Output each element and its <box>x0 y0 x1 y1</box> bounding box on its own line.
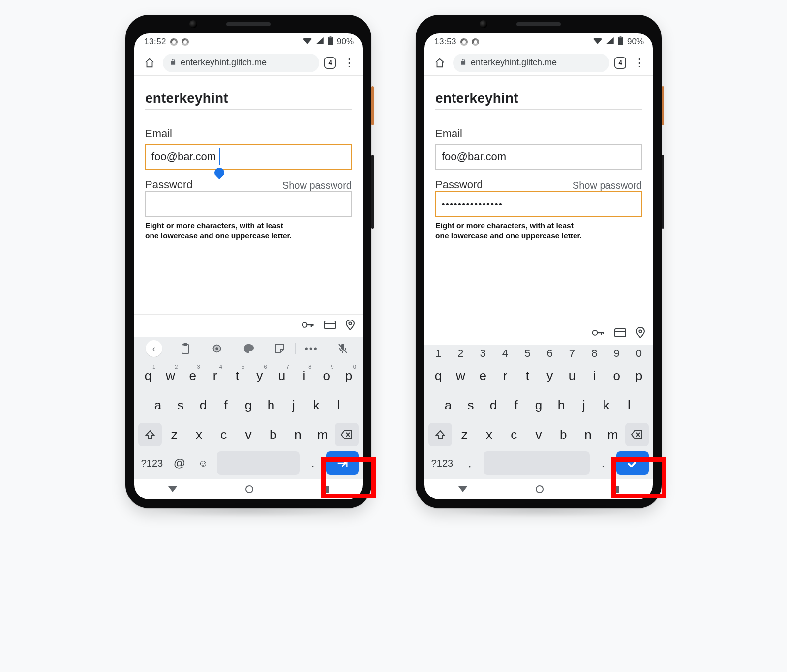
backspace-key[interactable] <box>625 423 649 446</box>
key-i[interactable]: i8 <box>294 362 314 389</box>
home-icon[interactable] <box>141 55 158 71</box>
backspace-key[interactable] <box>335 423 359 446</box>
key-n[interactable]: n <box>288 421 308 448</box>
key-y[interactable]: y <box>540 362 560 389</box>
key-l[interactable]: l <box>619 391 639 419</box>
numkey-5[interactable]: 5 <box>517 347 537 360</box>
key-icon[interactable] <box>592 328 605 340</box>
key-z[interactable]: z <box>164 421 184 448</box>
address-bar[interactable]: enterkeyhint.glitch.me <box>453 54 609 72</box>
key-w[interactable]: w <box>451 362 470 389</box>
key-g[interactable]: g <box>529 391 548 419</box>
key-r[interactable]: r <box>495 362 515 389</box>
numkey-8[interactable]: 8 <box>584 347 604 360</box>
key-u[interactable]: u <box>562 362 582 389</box>
volume-button[interactable] <box>662 155 664 229</box>
key-d[interactable]: d <box>484 391 503 419</box>
key-c[interactable]: c <box>504 421 524 448</box>
chevron-left-icon[interactable]: ‹ <box>146 340 162 357</box>
key-x[interactable]: x <box>189 421 209 448</box>
key-k[interactable]: k <box>597 391 616 419</box>
palette-icon[interactable] <box>233 343 264 354</box>
symbols-key[interactable]: ?123 <box>428 451 456 475</box>
numkey-2[interactable]: 2 <box>451 347 470 360</box>
show-password-link[interactable]: Show password <box>573 180 642 191</box>
key-q[interactable]: q <box>428 362 448 389</box>
password-field[interactable]: ••••••••••••••• <box>435 191 642 217</box>
key-v[interactable]: v <box>529 421 548 448</box>
key-e[interactable]: e3 <box>183 362 203 389</box>
key-p[interactable]: p0 <box>339 362 359 389</box>
nav-recents[interactable] <box>322 486 329 493</box>
card-icon[interactable] <box>324 321 336 331</box>
key-j[interactable]: j <box>284 391 303 419</box>
numkey-4[interactable]: 4 <box>495 347 515 360</box>
shift-key[interactable] <box>428 423 452 446</box>
password-field[interactable] <box>145 191 352 217</box>
mic-off-icon[interactable] <box>327 343 359 354</box>
key-n[interactable]: n <box>578 421 598 448</box>
comma-key[interactable]: , <box>460 451 480 475</box>
key-m[interactable]: m <box>603 421 623 448</box>
key-g[interactable]: g <box>239 391 258 419</box>
at-key[interactable]: @ <box>170 451 189 475</box>
space-key[interactable] <box>217 451 300 475</box>
tab-count[interactable]: 4 <box>324 57 336 69</box>
nav-back[interactable] <box>458 486 467 492</box>
key-v[interactable]: v <box>239 421 258 448</box>
key-d[interactable]: d <box>193 391 213 419</box>
key-o[interactable]: o9 <box>317 362 336 389</box>
sticker-icon[interactable] <box>264 344 295 353</box>
key-m[interactable]: m <box>313 421 333 448</box>
key-a[interactable]: a <box>148 391 168 419</box>
nav-home[interactable] <box>536 485 544 493</box>
menu-icon[interactable]: ⋮ <box>631 55 648 71</box>
key-z[interactable]: z <box>454 421 474 448</box>
key-b[interactable]: b <box>263 421 283 448</box>
nav-recents[interactable] <box>612 486 619 493</box>
key-f[interactable]: f <box>216 391 236 419</box>
key-l[interactable]: l <box>329 391 349 419</box>
key-w[interactable]: w2 <box>160 362 180 389</box>
key-k[interactable]: k <box>306 391 326 419</box>
numkey-6[interactable]: 6 <box>540 347 560 360</box>
key-f[interactable]: f <box>506 391 526 419</box>
key-r[interactable]: r4 <box>205 362 225 389</box>
period-key[interactable]: . <box>303 451 322 475</box>
clipboard-icon[interactable] <box>170 343 201 354</box>
shift-key[interactable] <box>138 423 162 446</box>
key-s[interactable]: s <box>461 391 481 419</box>
show-password-link[interactable]: Show password <box>282 180 352 191</box>
nav-home[interactable] <box>245 485 253 493</box>
gear-icon[interactable] <box>201 343 233 354</box>
key-e[interactable]: e <box>473 362 493 389</box>
key-t[interactable]: t <box>517 362 537 389</box>
nav-back[interactable] <box>168 486 177 492</box>
period-key[interactable]: . <box>594 451 612 475</box>
address-bar[interactable]: enterkeyhint.glitch.me <box>163 54 319 72</box>
key-u[interactable]: u7 <box>272 362 292 389</box>
key-h[interactable]: h <box>261 391 281 419</box>
space-key[interactable] <box>484 451 590 475</box>
menu-icon[interactable]: ⋮ <box>341 55 358 71</box>
key-y[interactable]: y6 <box>250 362 270 389</box>
tab-count[interactable]: 4 <box>614 57 626 69</box>
card-icon[interactable] <box>614 328 626 339</box>
enter-key-done[interactable] <box>616 451 649 475</box>
key-a[interactable]: a <box>438 391 458 419</box>
key-t[interactable]: t5 <box>227 362 247 389</box>
emoji-key[interactable]: ☺ <box>193 451 213 475</box>
numkey-3[interactable]: 3 <box>473 347 493 360</box>
key-i[interactable]: i <box>584 362 604 389</box>
numkey-7[interactable]: 7 <box>562 347 582 360</box>
key-h[interactable]: h <box>551 391 571 419</box>
pin-icon[interactable] <box>636 327 645 340</box>
key-b[interactable]: b <box>553 421 573 448</box>
pin-icon[interactable] <box>346 320 355 332</box>
enter-key-next[interactable] <box>326 451 359 475</box>
key-o[interactable]: o <box>607 362 627 389</box>
numkey-0[interactable]: 0 <box>629 347 649 360</box>
volume-button[interactable] <box>371 155 374 229</box>
email-field[interactable]: foo@bar.com <box>145 144 352 170</box>
key-j[interactable]: j <box>574 391 594 419</box>
